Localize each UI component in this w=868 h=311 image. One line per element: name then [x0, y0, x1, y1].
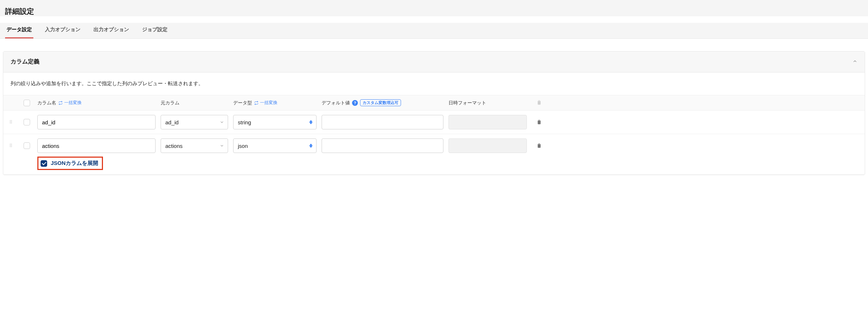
svg-point-4: [10, 123, 11, 123]
header-orig: 元カラム: [161, 100, 179, 106]
svg-point-5: [11, 123, 12, 123]
header-datetime: 日時フォーマット: [449, 100, 486, 106]
chevron-up-icon[interactable]: [852, 59, 857, 65]
svg-marker-7: [309, 122, 313, 124]
panel-title: カラム定義: [11, 58, 40, 66]
header-type: データ型: [233, 100, 252, 106]
custom-var-badge: カスタム変数埋込可: [360, 99, 401, 106]
svg-point-8: [10, 144, 11, 144]
select-all-checkbox[interactable]: [24, 100, 30, 106]
help-icon[interactable]: ?: [352, 100, 358, 106]
panel-header[interactable]: カラム定義: [3, 51, 865, 72]
column-name-input[interactable]: [37, 138, 156, 153]
delete-row-button[interactable]: [536, 119, 542, 126]
svg-point-0: [10, 120, 11, 121]
tab-1[interactable]: 入力オプション: [44, 23, 82, 38]
column-name-input[interactable]: [37, 115, 156, 129]
svg-point-12: [10, 146, 11, 147]
svg-marker-6: [309, 120, 313, 122]
panel-description: 列の絞り込みや追加を行います。ここで指定した列のみプレビュー・転送されます。: [3, 72, 865, 95]
sort-caret-icon: [309, 120, 313, 124]
batch-convert-type-link[interactable]: 一括変換: [254, 100, 277, 106]
batch-convert-name-link[interactable]: 一括変換: [58, 100, 82, 106]
svg-point-11: [11, 145, 12, 146]
default-value-input[interactable]: [322, 115, 443, 129]
svg-point-2: [10, 121, 11, 122]
json-expand-label: JSONカラムを展開: [51, 160, 98, 167]
tab-0[interactable]: データ設定: [5, 23, 33, 38]
default-value-input[interactable]: [322, 138, 443, 153]
svg-point-13: [11, 146, 12, 147]
sort-caret-icon: [309, 144, 313, 148]
table-row: ad_idstring: [3, 111, 865, 134]
svg-marker-15: [309, 146, 313, 148]
page-title: 詳細設定: [5, 7, 863, 16]
tabs: データ設定入力オプション出力オプションジョブ設定: [0, 23, 868, 39]
trash-icon: [536, 99, 542, 107]
delete-row-button[interactable]: [536, 142, 542, 150]
orig-column-select[interactable]: actions: [161, 138, 228, 153]
chevron-down-icon: [220, 120, 224, 124]
svg-point-9: [11, 144, 12, 144]
svg-marker-14: [309, 144, 313, 145]
tab-2[interactable]: 出力オプション: [92, 23, 131, 38]
header-name: カラム名: [37, 100, 56, 106]
data-type-select[interactable]: json: [233, 138, 317, 153]
drag-handle-icon[interactable]: [8, 143, 13, 149]
orig-column-select[interactable]: ad_id: [161, 115, 228, 129]
svg-point-3: [11, 121, 12, 122]
svg-point-1: [11, 120, 12, 121]
drag-handle-icon[interactable]: [8, 119, 13, 125]
json-expand-option[interactable]: JSONカラムを展開: [37, 157, 103, 170]
tab-3[interactable]: ジョブ設定: [141, 23, 169, 38]
column-definition-panel: カラム定義 列の絞り込みや追加を行います。ここで指定した列のみプレビュー・転送さ…: [3, 51, 865, 175]
datetime-format-input: [449, 115, 527, 129]
row-checkbox[interactable]: [24, 142, 30, 149]
datetime-format-input: [449, 138, 527, 153]
chevron-down-icon: [220, 144, 224, 148]
row-checkbox[interactable]: [24, 119, 30, 125]
data-type-select[interactable]: string: [233, 115, 317, 129]
svg-point-10: [10, 145, 11, 146]
columns-header-row: カラム名 一括変換 元カラム データ型 一括変換 デフォルト値 ? カスタム変数…: [3, 95, 865, 111]
json-expand-checkbox[interactable]: [41, 160, 47, 167]
table-row: actionsjsonJSONカラムを展開: [3, 134, 865, 175]
header-default: デフォルト値: [322, 100, 350, 106]
